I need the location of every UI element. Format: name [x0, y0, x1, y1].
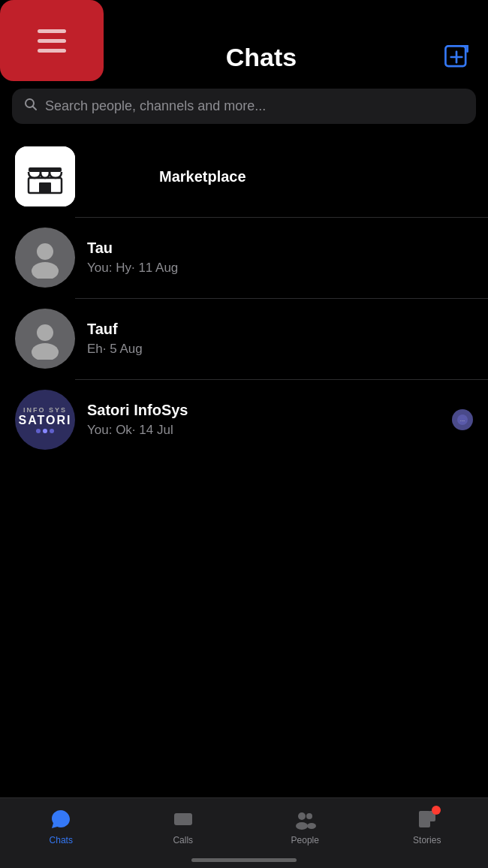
menu-button[interactable]	[0, 0, 104, 81]
people-nav-label: People	[291, 835, 319, 845]
chat-info-marketplace: Marketplace	[159, 168, 473, 185]
search-icon	[24, 98, 38, 115]
header: Chats	[0, 0, 488, 81]
search-placeholder: Search people, channels and more...	[45, 98, 266, 114]
compose-icon	[444, 44, 469, 70]
chat-name-satori: Satori InfoSys	[87, 402, 440, 419]
nav-item-people[interactable]: People	[244, 807, 366, 845]
nav-item-chats[interactable]: Chats	[0, 807, 122, 845]
nav-item-stories[interactable]: Stories	[366, 807, 489, 845]
home-indicator	[191, 858, 297, 862]
avatar-satori: INFO SYS SATORI	[15, 390, 75, 450]
chat-name-marketplace: Marketplace	[159, 168, 473, 185]
svg-line-4	[33, 107, 37, 110]
chat-info-tau: Tau You: Hy· 11 Aug	[87, 240, 473, 276]
marketplace-avatar	[15, 146, 75, 206]
svg-point-15	[37, 324, 53, 341]
chats-nav-label: Chats	[50, 835, 73, 845]
svg-point-20	[298, 812, 306, 820]
chats-nav-icon	[49, 807, 73, 831]
calls-nav-label: Calls	[173, 835, 193, 845]
svg-rect-12	[39, 182, 51, 193]
calls-nav-icon	[171, 807, 195, 831]
chat-preview-satori: You: Ok· 14 Jul	[87, 423, 440, 438]
stories-badge	[432, 806, 441, 815]
chat-preview-tau: You: Hy· 11 Aug	[87, 261, 473, 276]
compose-button[interactable]	[440, 41, 473, 74]
chat-name-tauf: Tauf	[87, 321, 473, 338]
hamburger-icon	[38, 29, 66, 53]
stories-nav-label: Stories	[413, 835, 441, 845]
avatar-tauf	[15, 309, 75, 369]
chat-item-satori[interactable]: INFO SYS SATORI Satori InfoSys You: Ok· …	[0, 379, 488, 460]
search-bar[interactable]: Search people, channels and more...	[12, 89, 476, 124]
svg-text:···: ···	[460, 417, 465, 424]
svg-point-16	[32, 343, 59, 360]
chat-item-tauf[interactable]: Tauf Eh· 5 Aug	[0, 298, 488, 379]
svg-point-21	[296, 822, 308, 830]
chat-list: Marketplace Tau You: Hy· 11 Aug Tauf	[0, 136, 488, 460]
chat-preview-tauf: Eh· 5 Aug	[87, 342, 473, 357]
chat-item-tau[interactable]: Tau You: Hy· 11 Aug	[0, 217, 488, 298]
page-title: Chats	[83, 43, 440, 72]
svg-point-23	[307, 823, 316, 829]
avatar-tau	[15, 228, 75, 288]
chat-info-satori: Satori InfoSys You: Ok· 14 Jul	[87, 402, 440, 438]
chat-name-tau: Tau	[87, 240, 473, 257]
people-nav-icon	[293, 807, 317, 831]
chat-item-marketplace[interactable]: Marketplace	[0, 136, 488, 217]
stories-nav-icon	[415, 807, 439, 831]
svg-rect-24	[419, 811, 430, 827]
chat-info-tauf: Tauf Eh· 5 Aug	[87, 321, 473, 357]
bottom-nav: Chats Calls People	[0, 797, 488, 868]
satori-badge: ···	[452, 409, 473, 430]
nav-item-calls[interactable]: Calls	[122, 807, 245, 845]
svg-rect-10	[29, 167, 62, 172]
svg-point-14	[32, 262, 59, 279]
svg-point-13	[37, 243, 53, 260]
svg-point-22	[306, 813, 312, 819]
